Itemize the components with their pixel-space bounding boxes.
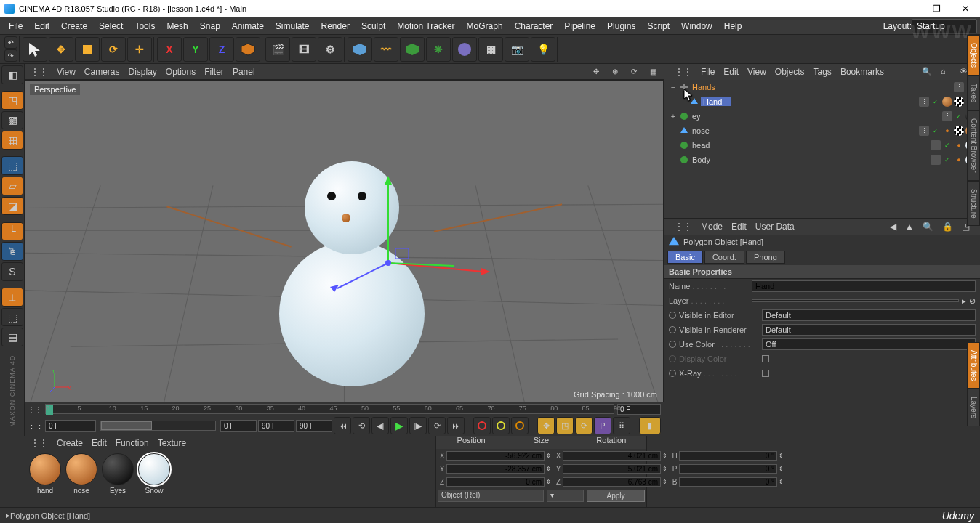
enable-tag[interactable]: ✓ (954, 111, 964, 121)
handle-icon[interactable]: ⋮⋮ (31, 67, 48, 77)
edges-mode-button[interactable]: ▱ (1, 177, 23, 195)
coord-mode-select[interactable]: Object (Rel) (438, 490, 544, 502)
spinner-icon[interactable]: ⇕ (777, 479, 785, 485)
menu-pipeline[interactable]: Pipeline (558, 17, 601, 35)
enable-tag[interactable]: ✓ (942, 140, 952, 150)
add-spline-button[interactable]: 〰 (374, 37, 398, 62)
goto-start-button[interactable]: ⏮ (334, 417, 351, 434)
material-tag[interactable] (942, 97, 952, 107)
pb-handle-icon[interactable]: ⋮⋮ (28, 421, 44, 431)
axis-mode-button[interactable]: └ (1, 222, 23, 241)
menu-script[interactable]: Script (641, 17, 675, 35)
vp-menu-options[interactable]: Options (166, 67, 196, 77)
prev-key-button[interactable]: ⟲ (353, 417, 370, 434)
range-start-field[interactable] (45, 420, 96, 432)
add-light-button[interactable]: 💡 (531, 37, 555, 62)
material-tag[interactable] (954, 97, 964, 107)
maximize-button[interactable]: ❐ (922, 0, 951, 17)
vp-menu-panel[interactable]: Panel (233, 67, 255, 77)
om-name[interactable]: head (691, 141, 721, 150)
prop-vis-render-field[interactable]: Default (762, 324, 976, 336)
record-button[interactable] (473, 417, 491, 434)
layer-arrow-icon[interactable]: ▸ (962, 296, 966, 306)
spinner-icon[interactable]: ⇕ (661, 479, 669, 485)
next-frame-button[interactable]: |▶ (409, 417, 427, 434)
prop-vis-editor-field[interactable]: Default (762, 309, 976, 321)
am-search-icon[interactable]: 🔍 (923, 222, 933, 232)
om-row-ey[interactable]: +ey⋮✓ (664, 109, 980, 123)
visibility-tag[interactable]: ⋮ (954, 82, 964, 92)
goto-end-button[interactable]: ⏭ (447, 417, 465, 434)
material-Snow[interactable]: Snow (138, 453, 170, 495)
add-camera-icon-button[interactable]: 📷 (505, 37, 529, 62)
tab-layers[interactable]: Layers (967, 389, 980, 426)
menu-simulate[interactable]: Simulate (270, 17, 316, 35)
spinner-icon[interactable]: ⇕ (777, 466, 785, 472)
om-menu-view[interactable]: View (747, 67, 766, 77)
material-Eyes[interactable]: Eyes (102, 453, 134, 495)
coord-field[interactable] (679, 451, 777, 461)
range-end-b-field[interactable] (296, 420, 332, 432)
autokey-button[interactable] (492, 417, 510, 434)
keyframe-sel-button[interactable] (511, 417, 529, 434)
om-name[interactable]: ey (691, 112, 721, 121)
om-menu-file[interactable]: File (701, 67, 715, 77)
pointlevel-key-button[interactable]: ⠿ (613, 417, 630, 434)
minimize-button[interactable]: — (893, 0, 922, 17)
om-row-hand[interactable]: Hand⋮✓● (664, 94, 980, 109)
spinner-icon[interactable]: ⇕ (545, 466, 553, 472)
tab-takes[interactable]: Takes (967, 76, 980, 110)
material-hand[interactable]: hand (29, 453, 61, 495)
timeline-track[interactable]: 051015202530354045505560657075808590 (45, 404, 614, 414)
workplane-mode-button[interactable]: ▦ (1, 131, 23, 150)
texture-mode-button[interactable]: ▩ (1, 111, 23, 130)
menu-snap[interactable]: Snap (194, 17, 226, 35)
use-color-radio[interactable] (669, 341, 676, 348)
lock-x-axis[interactable]: X (157, 37, 182, 62)
tab-content-browser[interactable]: Content Browser (967, 110, 980, 180)
menu-window[interactable]: Window (675, 17, 718, 35)
prop-layer-field[interactable] (752, 299, 959, 302)
om-menu-objects[interactable]: Objects (775, 67, 805, 77)
om-name[interactable]: Hand (701, 97, 731, 106)
material-tag[interactable]: ● (954, 155, 964, 165)
mm-menu-function[interactable]: Function (116, 438, 149, 448)
om-row-head[interactable]: head⋮✓● (664, 138, 980, 153)
menu-mograph[interactable]: MoGraph (461, 17, 509, 35)
timeline-ruler[interactable]: ⋮⋮ 051015202530354045505560657075808590 (25, 402, 664, 415)
coord-field[interactable] (679, 477, 777, 487)
spinner-icon[interactable]: ⇕ (661, 466, 669, 472)
coord-field[interactable] (446, 464, 545, 474)
menu-mesh[interactable]: Mesh (161, 17, 193, 35)
tab-phong[interactable]: Phong (746, 251, 785, 264)
range-end-a-field[interactable] (258, 420, 294, 432)
pos-key-button[interactable]: ✥ (537, 417, 555, 434)
layout-selector[interactable]: Startup (912, 19, 977, 33)
menu-create[interactable]: Create (55, 17, 93, 35)
vp-nav-rotate-icon[interactable]: ⟳ (629, 67, 639, 77)
param-key-button[interactable]: P (594, 417, 611, 434)
spinner-icon[interactable]: ⇕ (777, 453, 785, 459)
menu-edit[interactable]: Edit (28, 17, 55, 35)
render-picture-viewer-button[interactable]: 🎞 (292, 37, 316, 62)
material-list[interactable]: handnoseEyesSnow (25, 450, 435, 507)
spinner-icon[interactable]: ⇕ (545, 479, 553, 485)
mm-menu-create[interactable]: Create (57, 438, 83, 448)
om-row-nose[interactable]: nose⋮✓● (664, 123, 980, 138)
scale-tool[interactable] (75, 37, 100, 62)
om-row-body[interactable]: Body⋮✓● (664, 153, 980, 167)
vp-menu-display[interactable]: Display (128, 67, 156, 77)
add-camera-button[interactable]: ▦ (478, 37, 503, 62)
tl-handle-icon[interactable]: ⋮⋮ (28, 405, 42, 413)
locked-workplane-button[interactable]: ⬚ (1, 308, 23, 327)
vis-editor-radio[interactable] (669, 312, 676, 319)
vp-menu-cameras[interactable]: Cameras (84, 67, 120, 77)
visibility-tag[interactable]: ⋮ (919, 97, 929, 107)
om-search-icon[interactable]: 🔍 (922, 67, 932, 77)
coord-field[interactable] (563, 464, 661, 474)
material-tag[interactable]: ● (954, 140, 964, 150)
tab-coord[interactable]: Coord. (704, 251, 744, 264)
enable-tag[interactable]: ✓ (942, 155, 952, 165)
material-tag[interactable]: ● (942, 126, 952, 136)
coord-field[interactable] (679, 464, 777, 474)
